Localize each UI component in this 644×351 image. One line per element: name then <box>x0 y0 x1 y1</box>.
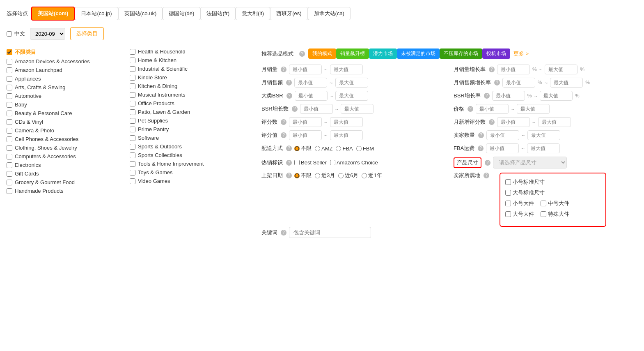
monthly-sales-growth-min[interactable] <box>497 65 530 74</box>
hot-amazon-choice[interactable]: Amazon's Choice <box>330 159 378 166</box>
product-size-qicon[interactable]: ? <box>485 160 490 166</box>
fba-fee-max[interactable] <box>527 143 560 153</box>
product-size-select[interactable]: 请选择产品尺寸 <box>493 157 567 169</box>
listing-date-qicon[interactable]: ? <box>286 173 292 178</box>
revenue-growth-max[interactable] <box>550 78 583 88</box>
price-max[interactable] <box>517 104 550 114</box>
listing-unlimited[interactable]: 不限 <box>294 172 312 179</box>
cat-checkbox-grocery[interactable] <box>7 180 12 185</box>
revenue-qicon[interactable]: ? <box>286 80 292 85</box>
bsr-num-min[interactable] <box>300 104 333 114</box>
fba-fee-min[interactable] <box>486 143 519 153</box>
seller-location-qicon[interactable]: ? <box>484 173 489 178</box>
monthly-sales-min[interactable] <box>289 65 322 74</box>
cat-checkbox-appliances[interactable] <box>7 76 12 82</box>
bsr-num-qicon[interactable]: ? <box>292 106 298 112</box>
listing-1y[interactable]: 近1年 <box>362 172 382 179</box>
bsr-growth-min[interactable] <box>492 91 525 101</box>
cat-checkbox-handmade[interactable] <box>7 188 12 194</box>
site-btn-fr[interactable]: 法国站(fr) <box>200 7 236 20</box>
revenue-max[interactable] <box>335 78 368 88</box>
cat-checkbox-tools[interactable] <box>130 161 135 167</box>
date-select[interactable]: 2020-09 <box>30 28 65 40</box>
cat-checkbox-industrial[interactable] <box>130 66 135 72</box>
listing-3m[interactable]: 近3月 <box>315 172 335 179</box>
cat-checkbox-computers[interactable] <box>7 154 12 159</box>
cat-checkbox-prime_pantry[interactable] <box>130 127 135 132</box>
cat-checkbox-software[interactable] <box>130 135 135 141</box>
price-min[interactable] <box>476 104 509 114</box>
mode-btn-投机市场[interactable]: 投机市场 <box>482 48 510 59</box>
seller-count-max[interactable] <box>527 130 560 140</box>
bsr-max[interactable] <box>335 91 368 101</box>
review-count-max[interactable] <box>330 117 363 127</box>
cat-checkbox-cell_phones[interactable] <box>7 136 12 142</box>
mode-btn-不压库存的市场[interactable]: 不压库存的市场 <box>440 48 482 59</box>
keyword-input[interactable] <box>289 227 371 238</box>
revenue-growth-qicon[interactable]: ? <box>494 80 500 85</box>
bsr-growth-max[interactable] <box>540 91 573 101</box>
site-btn-couk[interactable]: 英国站(co.uk) <box>118 7 163 20</box>
lang-checkbox[interactable] <box>7 31 12 37</box>
cat-checkbox-sports_collectibles[interactable] <box>130 152 135 158</box>
monthly-sales-growth-max[interactable] <box>545 65 578 74</box>
mode-question-icon[interactable]: ? <box>299 51 305 57</box>
cat-checkbox-home_kitchen[interactable] <box>130 58 135 63</box>
monthly-review-qicon[interactable]: ? <box>489 119 495 125</box>
size-special-oversize[interactable]: 特殊大件 <box>541 210 569 218</box>
monthly-sales-growth-qicon[interactable]: ? <box>489 67 495 72</box>
cat-checkbox-office[interactable] <box>130 101 135 106</box>
shipping-fbm[interactable]: FBM <box>356 145 374 152</box>
cat-checkbox-beauty[interactable] <box>7 111 12 116</box>
cat-checkbox-camera[interactable] <box>7 128 12 134</box>
cat-checkbox-patio[interactable] <box>130 109 135 115</box>
cat-checkbox-musical[interactable] <box>130 92 135 98</box>
mode-btn-未被满足的市场[interactable]: 未被满足的市场 <box>397 48 440 59</box>
size-small-standard[interactable]: 小号标准尺寸 <box>505 178 545 186</box>
size-medium-oversize[interactable]: 中号大件 <box>541 200 569 207</box>
cat-checkbox-cds_vinyl[interactable] <box>7 119 12 125</box>
bsr-growth-qicon[interactable]: ? <box>484 93 490 99</box>
cat-checkbox-unlimited[interactable] <box>7 49 12 55</box>
review-count-qicon[interactable]: ? <box>281 119 286 125</box>
mode-btn-销量飙升榜[interactable]: 销量飙升榜 <box>336 48 369 59</box>
mode-btn-我的模式[interactable]: 我的模式 <box>308 48 336 59</box>
shipping-amz[interactable]: AMZ <box>315 145 332 152</box>
rating-min[interactable] <box>289 130 322 140</box>
site-btn-es[interactable]: 西班牙(es) <box>270 7 307 20</box>
monthly-sales-max[interactable] <box>330 65 363 74</box>
rating-max[interactable] <box>330 130 363 140</box>
cat-checkbox-gift_cards[interactable] <box>7 171 12 177</box>
hot-best-seller[interactable]: Best Seller <box>294 159 327 166</box>
shipping-fba[interactable]: FBA <box>336 145 353 152</box>
cat-checkbox-amazon_launchpad[interactable] <box>7 67 12 73</box>
cat-checkbox-pet[interactable] <box>130 118 135 124</box>
seller-count-min[interactable] <box>486 130 519 140</box>
site-btn-de[interactable]: 德国站(de) <box>163 7 200 20</box>
site-btn-ca[interactable]: 加拿大站(ca) <box>308 7 351 20</box>
monthly-sales-qicon[interactable]: ? <box>281 67 286 72</box>
cat-checkbox-electronics[interactable] <box>7 162 12 168</box>
bsr-num-max[interactable] <box>341 104 374 114</box>
cat-checkbox-video_games[interactable] <box>130 178 135 184</box>
product-size-label[interactable]: 产品尺寸 <box>454 157 481 168</box>
seller-count-qicon[interactable]: ? <box>478 132 484 138</box>
cat-checkbox-amazon_devices[interactable] <box>7 59 12 65</box>
site-btn-com[interactable]: 美国站(com) <box>31 7 75 21</box>
shipping-unlimited[interactable]: 不限 <box>294 145 312 152</box>
cat-checkbox-kitchen_dining[interactable] <box>130 83 135 89</box>
cat-checkbox-automotive[interactable] <box>7 93 12 99</box>
choose-category-button[interactable]: 选择类目 <box>70 27 104 40</box>
hot-qicon[interactable]: ? <box>286 160 292 166</box>
mode-btn-潜力市场[interactable]: 潜力市场 <box>369 48 397 59</box>
cat-checkbox-sports_outdoors[interactable] <box>130 144 135 150</box>
cat-checkbox-toys[interactable] <box>130 170 135 176</box>
site-btn-cojp[interactable]: 日本站(co.jp) <box>75 7 118 20</box>
monthly-review-max[interactable] <box>538 117 571 127</box>
monthly-review-min[interactable] <box>497 117 530 127</box>
revenue-min[interactable] <box>294 78 327 88</box>
price-qicon[interactable]: ? <box>468 106 473 112</box>
size-small-oversize[interactable]: 小号大件 <box>505 200 534 207</box>
size-large-standard[interactable]: 大号标准尺寸 <box>505 189 545 196</box>
shipping-qicon[interactable]: ? <box>286 145 292 151</box>
